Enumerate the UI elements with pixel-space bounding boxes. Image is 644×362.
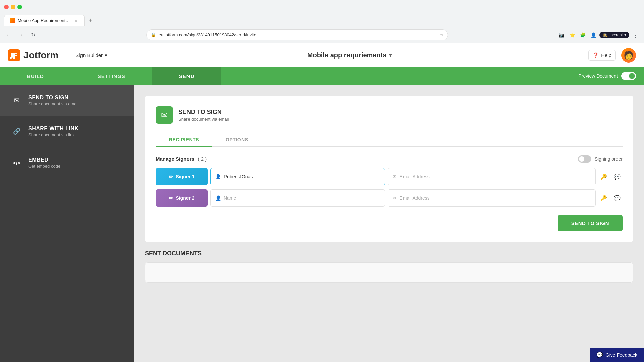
tab-recipients[interactable]: RECIPIENTS <box>156 133 212 146</box>
send-to-sign-panel: ✉ SEND TO SIGN Share document via email … <box>145 96 633 242</box>
signer-2-email-input[interactable]: ✉ <box>388 189 596 207</box>
give-feedback-btn[interactable]: 💬 Give Feedback <box>590 348 644 362</box>
panel-header-text: SEND TO SIGN Share document via email <box>178 109 229 122</box>
help-label: Help <box>601 52 611 58</box>
signer-2-key-btn[interactable]: 🔑 <box>598 193 609 203</box>
tab-options[interactable]: OPTIONS <box>212 133 262 146</box>
minimize-window-btn[interactable] <box>11 5 15 9</box>
email-icon-1: ✉ <box>393 174 397 179</box>
signer-1-name-field[interactable] <box>224 174 380 179</box>
signing-order-area: Signing order <box>578 155 623 163</box>
header-divider <box>65 50 65 61</box>
lock-icon: 🔒 <box>151 32 156 37</box>
tab-send[interactable]: SEND <box>152 67 221 85</box>
new-tab-btn[interactable]: + <box>86 16 95 25</box>
close-window-btn[interactable] <box>4 5 9 9</box>
browser-tab-active[interactable]: Mobile App Requirements - Cop × <box>4 15 85 26</box>
bookmark-icon[interactable]: ⭐ <box>567 30 577 40</box>
signer-1-row: ✏ Signer 1 👤 ✉ 🔑 💬 <box>156 168 623 185</box>
help-circle-icon: ❓ <box>593 52 599 58</box>
sidebar-item-share-with-link[interactable]: 🔗 SHARE WITH LINK Share document via lin… <box>0 116 134 147</box>
address-bar[interactable]: 🔒 eu.jotform.com/sign/231401150198042/se… <box>146 29 448 40</box>
app-header: Jotform Sign Builder ▾ Mobile app requri… <box>0 43 644 67</box>
doc-title-chevron-icon: ▾ <box>389 52 392 58</box>
menu-btn[interactable]: ⋮ <box>631 30 640 40</box>
embed-icon: </> <box>11 157 23 169</box>
panel-title: SEND TO SIGN <box>178 109 229 116</box>
signer-1-message-btn[interactable]: 💬 <box>612 171 623 182</box>
back-btn[interactable]: ← <box>4 30 13 40</box>
give-feedback-label: Give Feedback <box>606 352 637 358</box>
tab-build[interactable]: BUILD <box>0 67 71 85</box>
avatar[interactable]: 🧑 <box>621 48 636 63</box>
signers-title-area: Manage Signers ( 2 ) <box>156 156 207 162</box>
signers-title: Manage Signers <box>156 156 194 162</box>
camera-icon[interactable]: 📷 <box>556 30 566 40</box>
send-to-sign-btn[interactable]: SEND TO SIGN <box>558 215 623 231</box>
share-link-icon: 🔗 <box>11 125 23 137</box>
help-btn[interactable]: ❓ Help <box>588 50 616 61</box>
logo: Jotform <box>8 49 58 61</box>
sidebar-title-embed: EMBED <box>28 157 60 163</box>
signer-2-message-btn[interactable]: 💬 <box>612 193 623 203</box>
panel-subtitle: Share document via email <box>178 117 229 122</box>
signer-1-label[interactable]: ✏ Signer 1 <box>156 168 208 185</box>
doc-title[interactable]: Mobile app requriements ▾ <box>307 51 392 59</box>
maximize-window-btn[interactable] <box>17 5 22 9</box>
content-area: ✉ SEND TO SIGN Share document via email … <box>134 85 644 362</box>
sent-docs-table <box>145 262 633 283</box>
signer-2-name-field[interactable] <box>224 195 380 201</box>
signing-order-label: Signing order <box>595 156 623 162</box>
signers-count: ( 2 ) <box>198 156 207 162</box>
panel-header: ✉ SEND TO SIGN Share document via email <box>156 106 623 124</box>
signer-1-name-input[interactable]: 👤 <box>210 168 385 185</box>
preview-toggle-area: Preview Document <box>579 72 636 80</box>
sidebar-title-send: SEND TO SIGN <box>28 95 78 101</box>
sign-builder-label: Sign Builder <box>75 52 103 58</box>
signer-2-email-field[interactable] <box>399 195 591 201</box>
tab-title: Mobile App Requirements - Cop <box>18 18 71 23</box>
star-icon[interactable]: ☆ <box>440 33 444 37</box>
sidebar-subtitle-share: Share document via link <box>28 132 79 137</box>
tab-bar: Mobile App Requirements - Cop × + <box>0 14 644 27</box>
chevron-down-icon: ▾ <box>105 52 107 58</box>
forward-btn[interactable]: → <box>16 30 25 40</box>
jotform-logo-icon <box>8 49 20 61</box>
incognito-badge: 🕵 Incognito <box>599 32 629 38</box>
sidebar-item-embed[interactable]: </> EMBED Get embed code <box>0 147 134 178</box>
main-content: ✉ SEND TO SIGN Share document via email … <box>0 85 644 362</box>
tab-favicon <box>10 18 15 23</box>
signer-1-email-input[interactable]: ✉ <box>388 168 596 185</box>
header-center: Mobile app requriements ▾ <box>111 51 588 59</box>
signer-1-actions: 🔑 💬 <box>598 171 623 182</box>
extensions-icon[interactable]: 🧩 <box>578 30 587 40</box>
doc-title-text: Mobile app requriements <box>307 51 387 59</box>
feedback-icon: 💬 <box>596 352 603 358</box>
table-placeholder <box>145 262 633 283</box>
signer-1-icon: ✏ <box>169 174 173 180</box>
sidebar-item-send-to-sign[interactable]: ✉ SEND TO SIGN Share document via email <box>0 85 134 116</box>
signer-2-label[interactable]: ✏ Signer 2 <box>156 189 208 207</box>
signer-1-email-field[interactable] <box>399 174 591 179</box>
nav-actions: 📷 ⭐ 🧩 👤 🕵 Incognito ⋮ <box>556 30 640 40</box>
person-icon-2: 👤 <box>215 195 221 201</box>
reload-btn[interactable]: ↻ <box>28 30 38 40</box>
incognito-icon: 🕵 <box>603 33 608 37</box>
sidebar: ✉ SEND TO SIGN Share document via email … <box>0 85 134 362</box>
tab-close-btn[interactable]: × <box>73 18 79 23</box>
signing-order-toggle[interactable] <box>578 155 591 163</box>
send-to-sign-icon: ✉ <box>11 94 23 106</box>
nav-bar: ← → ↻ 🔒 eu.jotform.com/sign/231401150198… <box>0 27 644 43</box>
preview-label: Preview Document <box>579 73 618 79</box>
sidebar-text-send: SEND TO SIGN Share document via email <box>28 95 78 106</box>
profile-icon[interactable]: 👤 <box>589 30 598 40</box>
signer-1-key-btn[interactable]: 🔑 <box>598 171 609 182</box>
signer-2-row: ✏ Signer 2 👤 ✉ 🔑 💬 <box>156 189 623 207</box>
window-controls <box>4 5 22 9</box>
sign-builder-btn[interactable]: Sign Builder ▾ <box>72 50 111 60</box>
panel-tab-nav: RECIPIENTS OPTIONS <box>156 133 623 147</box>
sidebar-subtitle-send: Share document via email <box>28 101 78 106</box>
preview-toggle-switch[interactable] <box>621 72 636 80</box>
tab-settings[interactable]: SETTINGS <box>71 67 152 85</box>
signer-2-name-input[interactable]: 👤 <box>210 189 385 207</box>
